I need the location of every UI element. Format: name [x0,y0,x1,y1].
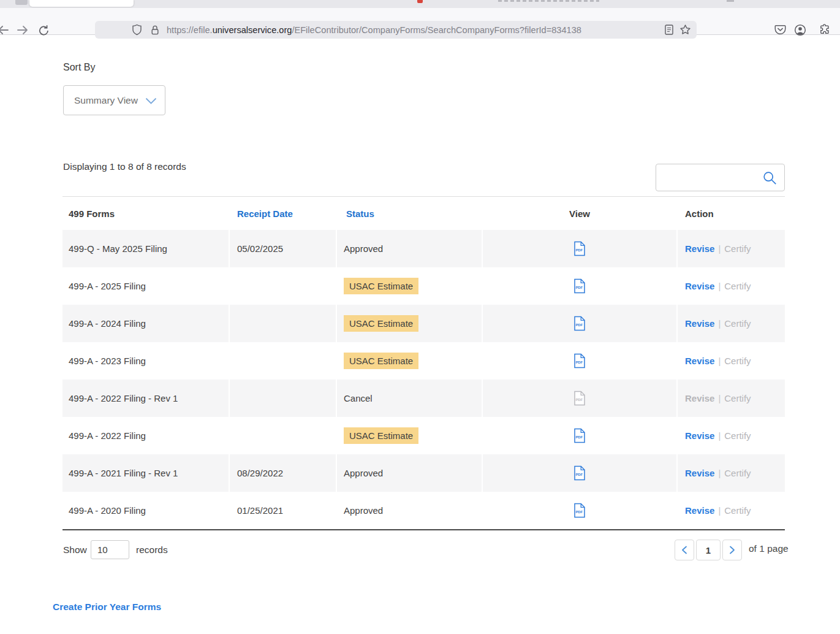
reader-view-icon[interactable] [665,25,673,35]
view-cell: PDF [483,417,676,454]
extensions-puzzle-icon[interactable] [819,24,830,36]
url-text[interactable]: https://efile.universalservice.org/EFile… [167,25,581,35]
action-cell: Revise|Certify [678,267,785,305]
revise-link[interactable]: Revise [685,505,714,516]
status-badge: USAC Estimate [344,278,418,294]
lock-icon[interactable] [150,25,160,36]
chevron-left-icon [681,546,687,554]
view-cell: PDF [483,492,676,529]
status-text: Approved [344,468,383,478]
sort-by-label: Sort By [63,62,95,73]
receipt-date: 05/02/2025 [230,230,336,267]
status-cell: Approved [337,492,482,529]
shield-icon[interactable] [132,24,142,36]
url-scheme: https://efile. [167,25,213,35]
column-header-status[interactable]: Status [337,197,482,230]
form-name: 499-A - 2025 Filing [62,267,229,305]
view-cell: PDF [483,305,676,342]
page-size-input[interactable] [91,540,129,559]
certify-link[interactable]: Certify [724,356,751,366]
action-cell: Revise|Certify [678,417,785,454]
revise-link[interactable]: Revise [685,468,714,478]
certify-link[interactable]: Certify [724,505,751,516]
revise-link[interactable]: Revise [685,243,714,254]
records-label: records [136,544,168,556]
pocket-icon[interactable] [774,24,786,36]
back-icon[interactable] [0,25,9,36]
action-separator: | [718,318,721,329]
receipt-date: 08/29/2022 [230,454,336,492]
status-cell: USAC Estimate [337,267,482,305]
receipt-date: 01/25/2021 [230,492,336,529]
sort-view-dropdown[interactable]: Summary View [63,85,165,115]
svg-text:PDF: PDF [575,398,583,402]
forward-icon[interactable] [17,25,30,35]
table-search-input[interactable] [662,167,760,188]
pdf-icon[interactable]: PDF [573,241,586,256]
column-header-action: Action [678,197,785,230]
pdf-icon[interactable]: PDF [573,503,586,518]
url-bar[interactable]: https://efile.universalservice.org/EFile… [95,21,697,39]
table-row: 499-A - 2023 Filing USAC Estimate PDF Re… [62,342,785,380]
search-icon[interactable] [763,171,777,185]
chevron-down-icon [145,97,157,105]
action-separator: | [718,468,721,478]
view-cell: PDF [483,267,676,305]
records-summary: Displaying 1 to 8 of 8 records [63,161,186,172]
certify-link[interactable]: Certify [724,430,751,441]
status-text: Cancel [344,393,373,403]
create-prior-year-forms-link[interactable]: Create Prior Year Forms [53,602,161,613]
status-cell: USAC Estimate [337,305,482,342]
table-row: 499-A - 2022 Filing - Rev 1 Cancel PDF R… [62,380,785,417]
column-header-view: View [483,197,676,230]
certify-link[interactable]: Certify [724,468,751,478]
status-badge: USAC Estimate [344,315,418,332]
table-row: 499-A - 2024 Filing USAC Estimate PDF Re… [62,305,785,342]
pdf-icon: PDF [573,391,586,406]
svg-text:PDF: PDF [575,361,583,364]
action-separator: | [718,505,721,516]
reload-icon[interactable] [38,25,50,36]
pdf-icon[interactable]: PDF [573,465,586,481]
status-cell: Approved [337,230,482,267]
action-separator: | [718,356,721,366]
pdf-icon[interactable]: PDF [573,353,586,369]
show-label: Show [63,544,87,556]
form-name: 499-A - 2024 Filing [62,305,229,342]
status-cell: Approved [337,454,482,492]
current-page-number[interactable]: 1 [696,540,721,560]
table-row: 499-A - 2020 Filing 01/25/2021 Approved … [62,492,785,529]
active-tab[interactable] [29,0,134,7]
account-icon[interactable] [794,24,806,36]
status-cell: Cancel [337,380,482,417]
bookmark-star-icon[interactable] [679,24,691,36]
revise-link[interactable]: Revise [685,430,714,441]
receipt-date [230,380,336,417]
previous-page-button[interactable] [675,540,694,560]
action-cell: Revise|Certify [678,342,785,380]
table-bottom-border [62,529,785,530]
status-cell: USAC Estimate [337,417,482,454]
pdf-icon[interactable]: PDF [573,278,586,294]
form-name: 499-A - 2022 Filing [62,417,229,454]
table-header-row: 499 Forms Receipt Date Status View Actio… [62,197,785,230]
certify-link[interactable]: Certify [724,318,751,329]
receipt-date [230,342,336,380]
action-separator: | [718,243,721,254]
form-name: 499-A - 2020 Filing [62,492,229,529]
pdf-icon[interactable]: PDF [573,428,586,443]
revise-link[interactable]: Revise [685,356,714,366]
certify-link[interactable]: Certify [724,281,751,291]
tab-strip [0,0,840,8]
certify-link[interactable]: Certify [724,243,751,254]
pdf-icon[interactable]: PDF [573,316,586,331]
chevron-right-icon [729,546,735,554]
revise-link[interactable]: Revise [685,281,714,291]
revise-link: Revise [685,393,714,403]
column-header-receipt-date[interactable]: Receipt Date [230,197,336,230]
revise-link[interactable]: Revise [685,318,714,329]
next-page-button[interactable] [722,540,742,560]
view-cell: PDF [483,342,676,380]
status-text: Approved [344,505,383,516]
action-separator: | [718,281,721,291]
